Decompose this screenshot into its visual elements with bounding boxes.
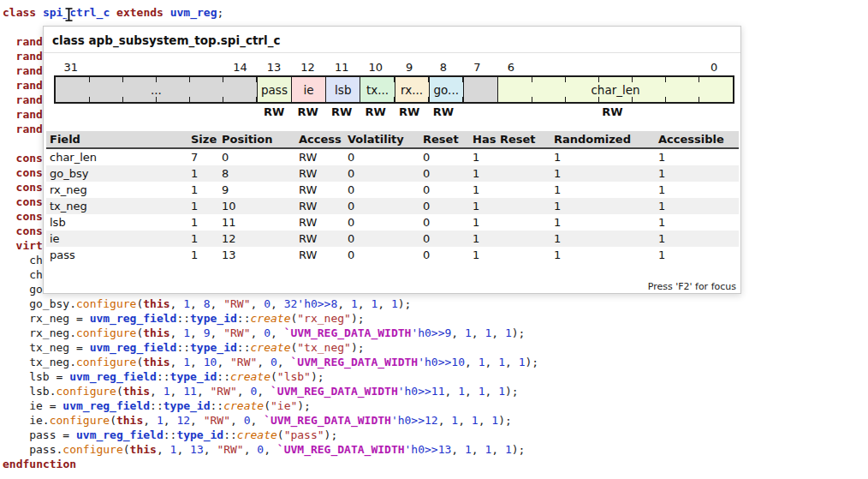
bit-number-slot-12: 12 bbox=[291, 61, 325, 74]
code-token: 0 bbox=[271, 356, 277, 368]
code-token: rand bbox=[16, 93, 43, 106]
code-line[interactable]: tx_neg.configure(this, 1, 10, "RW", 0, `… bbox=[0, 355, 868, 369]
bit-access-... bbox=[54, 105, 257, 118]
field-cell: go_bsy bbox=[46, 165, 187, 182]
bit-number bbox=[629, 61, 663, 74]
field-cell: 1 bbox=[187, 247, 218, 263]
bit-number: 9 bbox=[392, 61, 426, 74]
bit-access-tx...: RW bbox=[359, 105, 393, 118]
field-cell: 0 bbox=[419, 231, 469, 247]
code-line[interactable]: class spi_ctrl_c extends uvm_reg; bbox=[0, 5, 868, 20]
bit-cell-...: ... bbox=[56, 77, 258, 102]
code-line[interactable]: endfunction bbox=[0, 457, 868, 471]
bit-number: 0 bbox=[697, 61, 731, 74]
code-token: `UVM_REG_DATA_WIDTH bbox=[290, 356, 418, 368]
code-line[interactable]: ie = uvm_reg_field::type_id::create("ie"… bbox=[0, 398, 868, 413]
table-row-pass: pass113RW00111 bbox=[46, 247, 739, 263]
code-line[interactable]: ie.configure(this, 1, 12, "RW", 0, `UVM_… bbox=[0, 413, 868, 428]
bit-access-ie: RW bbox=[291, 105, 325, 118]
code-token: ); bbox=[324, 428, 338, 441]
code-token: lsb. bbox=[29, 385, 56, 398]
code-token: 1 bbox=[451, 414, 458, 427]
code-token: ); bbox=[498, 414, 512, 427]
field-cell: 1 bbox=[469, 247, 550, 263]
field-cell: char_len bbox=[46, 148, 187, 165]
code-token: , bbox=[491, 326, 505, 339]
code-token: 'h0>>10 bbox=[418, 356, 465, 368]
code-token: 1 bbox=[391, 297, 398, 310]
code-line[interactable]: pass.configure(this, 1, 13, "RW", 0, `UV… bbox=[0, 442, 868, 457]
code-line[interactable]: go_bsy.configure(this, 1, 8, "RW", 0, 32… bbox=[0, 296, 868, 311]
code-token: 0 bbox=[244, 414, 251, 427]
code-line[interactable]: lsb.configure(this, 1, 11, "RW", 0, `UVM… bbox=[0, 384, 868, 398]
bit-cell-label: lsb bbox=[326, 77, 360, 102]
code-token: 8 bbox=[204, 297, 211, 310]
code-line[interactable]: pass = uvm_reg_field::type_id::create("p… bbox=[0, 428, 868, 442]
code-token: :: bbox=[176, 341, 190, 354]
code-token: 11 bbox=[183, 385, 197, 398]
code-token: "RW" bbox=[223, 297, 250, 310]
code-token: rx_neg = bbox=[29, 312, 89, 325]
bit-number bbox=[562, 61, 596, 74]
code-token: 0 bbox=[257, 443, 264, 456]
code-token: , bbox=[277, 356, 291, 368]
code-token: , bbox=[163, 414, 177, 427]
field-cell: RW bbox=[295, 148, 344, 165]
code-token: this bbox=[143, 326, 169, 339]
field-cell: 1 bbox=[469, 231, 550, 247]
code-token: "RW" bbox=[211, 385, 237, 398]
code-line[interactable]: tx_neg = uvm_reg_field::type_id::create(… bbox=[0, 340, 868, 355]
code-token: , bbox=[465, 356, 479, 368]
bit-number: 10 bbox=[359, 61, 393, 74]
bit-cell-label bbox=[464, 77, 497, 102]
field-cell: 1 bbox=[655, 198, 739, 214]
code-token: , bbox=[465, 385, 479, 398]
code-token: cons bbox=[16, 181, 43, 194]
code-token: rand bbox=[16, 108, 43, 121]
code-token: cons bbox=[16, 210, 43, 223]
code-token: uvm_reg bbox=[170, 6, 217, 19]
code-token: this bbox=[143, 297, 169, 310]
code-token: 13 bbox=[190, 443, 204, 456]
bit-number bbox=[596, 61, 630, 74]
column-header: Randomized bbox=[550, 131, 655, 148]
code-token: configure bbox=[76, 356, 136, 368]
code-token: "RW" bbox=[217, 443, 243, 456]
bit-number-slot-10: 10 bbox=[359, 61, 393, 74]
field-cell: 1 bbox=[550, 247, 655, 263]
field-cell: 0 bbox=[344, 182, 419, 198]
code-token: , bbox=[157, 443, 170, 456]
field-cell: 1 bbox=[187, 182, 218, 198]
bit-number-slot-7: 7 bbox=[461, 61, 495, 74]
bit-cell-unused-7 bbox=[464, 77, 498, 102]
code-token: 'h0>>11 bbox=[398, 385, 445, 398]
field-cell: 1 bbox=[550, 231, 655, 247]
bit-number bbox=[189, 61, 223, 74]
code-token: this bbox=[123, 385, 150, 398]
code-token: :: bbox=[223, 428, 237, 441]
code-token: 12 bbox=[176, 414, 190, 427]
code-token bbox=[163, 6, 170, 19]
code-token: configure bbox=[76, 297, 136, 310]
code-token: tx_neg = bbox=[29, 341, 89, 354]
bit-cell-char_len: char_len bbox=[498, 77, 733, 102]
bit-number-slot-9: 9 bbox=[392, 61, 426, 74]
field-cell: 1 bbox=[550, 182, 655, 198]
field-cell: RW bbox=[295, 198, 344, 214]
field-cell: 0 bbox=[344, 214, 419, 231]
code-token: "lsb" bbox=[277, 370, 311, 383]
code-token: , bbox=[264, 443, 277, 456]
code-token: :: bbox=[163, 428, 177, 441]
code-token: create bbox=[223, 399, 264, 412]
bit-number bbox=[663, 61, 698, 74]
code-line[interactable]: lsb = uvm_reg_field::type_id::create("ls… bbox=[0, 369, 868, 384]
code-token: class bbox=[3, 6, 36, 19]
code-line[interactable]: rx_neg = uvm_reg_field::type_id::create(… bbox=[0, 311, 868, 326]
bit-cell-lsb: lsb bbox=[326, 77, 360, 102]
code-line[interactable]: rx_neg.configure(this, 1, 9, "RW", 0, `U… bbox=[0, 326, 868, 340]
code-token: 1 bbox=[505, 326, 512, 339]
code-token: , bbox=[485, 385, 498, 398]
field-cell: 13 bbox=[218, 247, 295, 263]
code-token: , bbox=[197, 385, 211, 398]
bit-number: 14 bbox=[223, 61, 258, 74]
